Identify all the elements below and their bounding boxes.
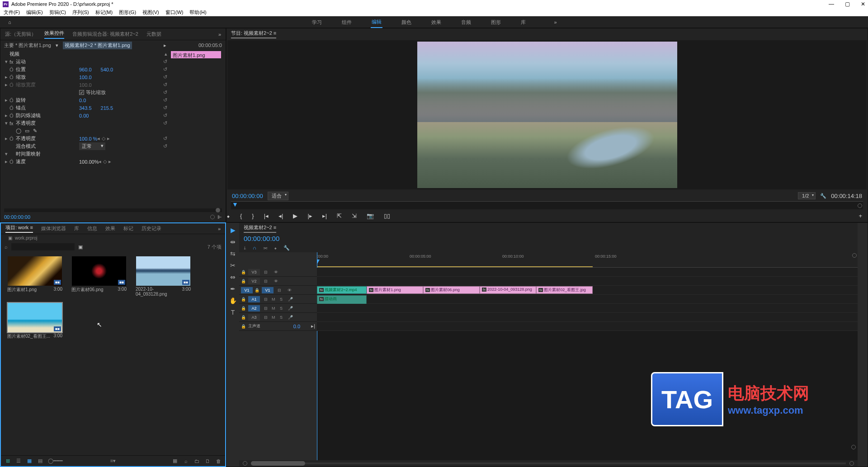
track-header-v3[interactable]: 🔒V3⊟👁 <box>239 268 317 277</box>
home-button[interactable]: ⌂ <box>8 19 11 25</box>
solo-button[interactable]: S <box>280 306 286 311</box>
work-area-bar[interactable] <box>317 266 593 267</box>
zoom-select[interactable]: 适合 <box>268 192 288 200</box>
hand-tool[interactable]: ✋ <box>229 297 237 304</box>
zoom-out-handle[interactable] <box>243 461 247 466</box>
program-ruler[interactable]: ▼ <box>231 201 863 209</box>
solo-button[interactable]: S <box>280 315 286 320</box>
rotation-value[interactable]: 0.0 <box>79 98 86 103</box>
stopwatch-icon[interactable]: Ő <box>9 113 16 118</box>
prop-opacity-group[interactable]: 不透明度 <box>16 120 79 127</box>
slip-tool[interactable]: ⇔ <box>230 274 236 281</box>
extract-button[interactable]: ⇲ <box>352 212 357 219</box>
project-item[interactable]: ■■ 图片素材02_看图王...3:00 <box>5 303 64 340</box>
lock-icon[interactable]: 🔒 <box>241 297 246 302</box>
eye-icon[interactable]: 👁 <box>272 270 280 274</box>
pen-mask-icon[interactable]: ✎ <box>33 128 37 134</box>
nest-icon[interactable]: ⫰ <box>244 245 246 250</box>
stopwatch-icon[interactable]: Ő <box>9 75 16 80</box>
timeline-zoom-scrollbar[interactable] <box>239 460 858 467</box>
workspace-tab-audio[interactable]: 音频 <box>460 17 472 28</box>
track-name[interactable]: V1 <box>262 287 274 293</box>
twirl-icon[interactable]: ▾ <box>3 59 9 65</box>
mute-button[interactable]: M <box>272 315 278 320</box>
go-to-end-icon[interactable]: ▸| <box>311 323 315 329</box>
voiceover-icon[interactable]: 🎤 <box>288 306 294 311</box>
track-header-a3[interactable]: 🔒A3⊟MS🎤 <box>239 313 317 322</box>
track-v2[interactable] <box>317 277 858 286</box>
mark-out-button[interactable]: } <box>252 212 254 219</box>
project-item[interactable]: ■■ 图片素材06.png3:00 <box>70 256 128 297</box>
resolution-select[interactable]: 1/2 <box>798 192 816 199</box>
new-item-icon[interactable]: 🗋 <box>204 458 211 464</box>
effect-timeline-scrollbar[interactable] <box>4 208 222 212</box>
menu-graphics[interactable]: 图形(G) <box>119 9 136 16</box>
position-x[interactable]: 960.0 <box>79 67 92 72</box>
track-name[interactable]: A1 <box>248 296 260 302</box>
menu-marker[interactable]: 标记(M) <box>95 9 113 16</box>
effect-timecode[interactable]: 00:00:00:00 <box>4 214 30 220</box>
sync-lock-icon[interactable]: ⊟ <box>275 288 283 292</box>
timeline-canvas[interactable]: :00:00 00:00:05:00 00:00:10:00 00:00:15:… <box>317 252 858 460</box>
menu-clip[interactable]: 剪辑(C) <box>49 9 66 16</box>
sequence-name[interactable]: 视频素材2~2 ≡ <box>244 224 276 233</box>
track-header-v2[interactable]: 🔒V2⊟👁 <box>239 277 317 286</box>
zoom-handle-icon[interactable] <box>210 215 215 219</box>
tab-project[interactable]: 项目: work ≡ <box>5 224 33 233</box>
zoom-handle-icon[interactable] <box>851 445 856 449</box>
sync-lock-icon[interactable]: ⊟ <box>262 297 270 302</box>
track-a2[interactable] <box>317 304 858 313</box>
twirl-icon[interactable]: ▸ <box>3 74 9 80</box>
menu-view[interactable]: 视图(V) <box>142 9 159 16</box>
list-view-icon[interactable]: ☰ <box>15 458 22 464</box>
twirl-icon[interactable]: ▸ <box>3 136 9 142</box>
panel-overflow-icon[interactable]: » <box>218 226 221 231</box>
source-patch-v1[interactable]: V1 <box>241 287 253 293</box>
lock-icon[interactable]: 🔒 <box>241 270 246 274</box>
sync-lock-icon[interactable]: ⊟ <box>262 306 270 311</box>
mark-in-button[interactable]: { <box>240 212 242 219</box>
timeline-ruler[interactable]: :00:00 00:00:05:00 00:00:10:00 00:00:15:… <box>317 252 858 268</box>
lock-icon[interactable]: 🔒 <box>255 288 260 292</box>
menu-window[interactable]: 窗口(W) <box>165 9 184 16</box>
uniform-scale-checkbox[interactable] <box>79 90 84 95</box>
reset-icon[interactable]: ↺ <box>163 97 167 103</box>
next-keyframe-icon[interactable]: ▸ <box>108 159 111 165</box>
mute-button[interactable]: M <box>272 297 278 302</box>
tab-info[interactable]: 信息 <box>87 225 97 232</box>
track-select-tool[interactable]: ⇹ <box>230 238 236 245</box>
speed-value[interactable]: 100.00% <box>79 159 99 165</box>
search-input[interactable] <box>11 243 75 250</box>
lock-icon[interactable]: 🔒 <box>241 279 246 283</box>
program-timecode-left[interactable]: 00:00:00:00 <box>232 193 263 199</box>
pen-tool[interactable]: ✒ <box>230 285 236 292</box>
sync-lock-icon[interactable]: ⊟ <box>262 279 270 283</box>
fx-toggle[interactable]: fx <box>9 59 16 65</box>
go-to-out-button[interactable]: ▸| <box>322 212 327 219</box>
lift-button[interactable]: ⇱ <box>337 212 342 219</box>
reset-icon[interactable]: ↺ <box>163 66 167 72</box>
auto-sequence-icon[interactable]: ▦ <box>172 458 178 464</box>
stopwatch-icon[interactable]: Ő <box>9 98 16 103</box>
workspace-overflow-icon[interactable]: » <box>554 19 557 25</box>
solo-button[interactable]: S <box>280 297 286 302</box>
minimize-button[interactable]: — <box>829 1 834 7</box>
freeform-view-icon[interactable]: ▤ <box>37 458 43 464</box>
tab-history[interactable]: 历史记录 <box>142 225 161 232</box>
close-button[interactable]: ✕ <box>861 1 865 7</box>
zoom-handle-icon[interactable] <box>852 253 857 258</box>
menu-edit[interactable]: 编辑(E) <box>26 9 43 16</box>
playhead-icon[interactable]: ▼ <box>232 201 238 208</box>
track-name[interactable]: A2 <box>248 305 260 311</box>
reset-icon[interactable]: ↺ <box>163 120 167 126</box>
prop-motion[interactable]: 运动 <box>16 58 79 65</box>
lock-icon[interactable]: 🔒 <box>241 324 246 329</box>
voiceover-icon[interactable]: 🎤 <box>288 315 294 320</box>
bin-icon[interactable]: ▣ <box>78 244 83 250</box>
track-header-master[interactable]: 🔒主声道0.0▸| <box>239 322 317 331</box>
twirl-icon[interactable]: ▸ <box>3 97 9 103</box>
track-header-a1[interactable]: 🔒A1⊟MS🎤 <box>239 295 317 304</box>
menu-file[interactable]: 文件(F) <box>4 9 20 16</box>
tab-audio-mixer[interactable]: 音频剪辑混合器: 视频素材2~2 <box>72 31 138 38</box>
marker-icon[interactable]: ⬥ <box>274 245 277 250</box>
